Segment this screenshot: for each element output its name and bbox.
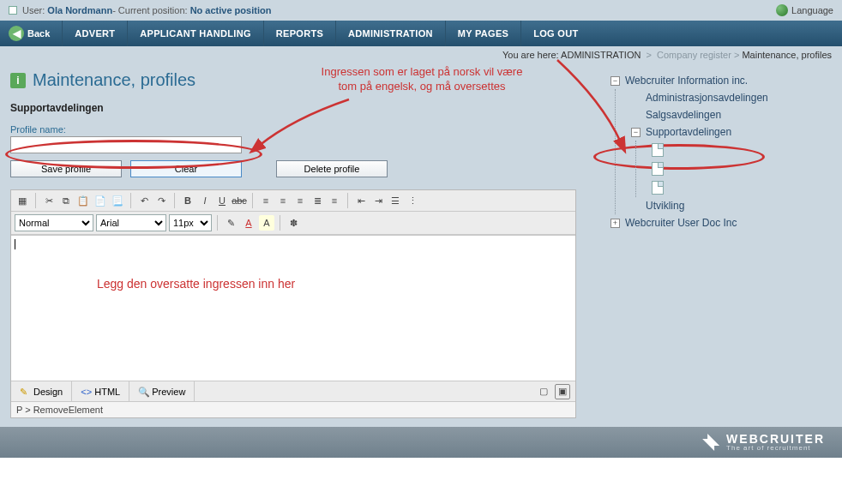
language-label: Language	[791, 5, 833, 15]
breadcrumb-prefix: You are here:	[502, 50, 559, 60]
tree-doc-1[interactable]	[652, 141, 832, 159]
undo-icon[interactable]: ↶	[136, 193, 152, 208]
tree-item-label: Salgsavdelingen	[646, 109, 721, 121]
document-icon	[652, 143, 664, 157]
tree-doc-3[interactable]	[652, 178, 832, 197]
breadcrumb-admin[interactable]: ADMINISTRATION	[561, 50, 641, 60]
cut-icon[interactable]: ✂	[41, 193, 57, 208]
align-left-icon[interactable]: ≡	[258, 193, 274, 208]
tree-item-label: Administrasjonsavdelingen	[646, 92, 768, 104]
tab-html-label: HTML	[94, 387, 120, 397]
tab-html[interactable]: <> HTML	[72, 381, 129, 401]
user-status-box	[9, 6, 17, 15]
tree-item-utvikling[interactable]: Utvikling	[631, 197, 832, 214]
css-class-icon[interactable]: ✽	[286, 215, 301, 231]
collapse-icon[interactable]: −	[631, 128, 641, 137]
menu-my-pages[interactable]: MY PAGES	[445, 21, 520, 46]
back-button[interactable]: ◀ Back	[0, 21, 62, 46]
org-tree: − Webcruiter Information inc. Administra…	[610, 72, 832, 231]
tree-item-sales[interactable]: Salgsavdelingen	[631, 106, 832, 123]
strike-icon[interactable]: abc	[232, 193, 247, 208]
tree-root-userdoc[interactable]: + Webcruiter User Doc Inc	[610, 214, 832, 231]
align-none-icon[interactable]: ≡	[327, 193, 342, 208]
indent-icon[interactable]: ⇥	[370, 193, 386, 208]
footer: WEBCRUITER The art of recruitment	[0, 427, 842, 458]
list-ul-icon[interactable]: ⋮	[405, 193, 420, 208]
outdent-icon[interactable]: ⇤	[353, 193, 369, 208]
format-select[interactable]: Normal	[15, 214, 93, 231]
brand-tagline: The art of recruitment	[726, 445, 825, 452]
brand-logo: WEBCRUITER The art of recruitment	[702, 433, 825, 452]
tree-item-admin[interactable]: Administrasjonsavdelingen	[631, 89, 832, 106]
list-ol-icon[interactable]: ☰	[388, 193, 403, 208]
tree-item-label: Supportavdelingen	[646, 126, 731, 138]
clear-button[interactable]: Clear	[130, 160, 242, 177]
profile-name-label: Profile name:	[10, 124, 593, 135]
language-switcher[interactable]: Language	[776, 4, 833, 16]
tree-doc-2[interactable]	[652, 159, 832, 178]
font-select[interactable]: Arial	[96, 214, 166, 231]
paste-html-icon[interactable]: 📃	[110, 193, 125, 208]
annotation-text-1: Ingressen som er laget på norsk vil være…	[293, 65, 550, 94]
menu-administration[interactable]: ADMINISTRATION	[335, 21, 445, 46]
document-icon	[652, 162, 664, 176]
position-value: No active position	[190, 5, 272, 15]
back-label: Back	[27, 28, 50, 39]
size-select[interactable]: 11px	[169, 214, 212, 231]
copy-icon[interactable]: ⧉	[58, 193, 74, 208]
italic-icon[interactable]: I	[197, 193, 213, 208]
module-toggle-icon[interactable]: ▣	[555, 384, 570, 399]
expand-icon[interactable]: +	[610, 219, 620, 228]
tree-root-label: Webcruiter User Doc Inc	[625, 217, 737, 229]
align-justify-icon[interactable]: ≣	[310, 193, 325, 208]
page-title-text: Maintenance, profiles	[33, 70, 195, 90]
menu-applicant-handling[interactable]: APPLICANT HANDLING	[127, 21, 262, 46]
collapse-icon[interactable]: −	[610, 76, 620, 86]
document-icon	[652, 181, 664, 195]
back-icon: ◀	[9, 26, 24, 41]
tab-preview[interactable]: 🔍 Preview	[129, 381, 195, 401]
user-bar: User: Ola Nordmann - Current position: N…	[0, 0, 842, 21]
editor-status-bar: P > RemoveElement	[11, 401, 575, 417]
underline-icon[interactable]: U	[214, 193, 230, 208]
menu-reports[interactable]: REPORTS	[263, 21, 335, 46]
menu-log-out[interactable]: LOG OUT	[520, 21, 590, 46]
tab-design[interactable]: ✎ Design	[11, 381, 72, 401]
editor-mode-tabs: ✎ Design <> HTML 🔍 Preview ▢ ▣	[11, 381, 575, 401]
bold-icon[interactable]: B	[180, 193, 195, 208]
user-name: Ola Nordmann	[47, 5, 112, 15]
editor-toolbar-2: Normal Arial 11px ✎ A A ✽	[11, 212, 575, 235]
breadcrumb-current: Maintenance, profiles	[742, 50, 832, 60]
info-icon: i	[10, 73, 26, 88]
tree-item-label: Utvikling	[646, 200, 684, 212]
brand-mark-icon	[702, 434, 719, 451]
editor-canvas[interactable]: Legg den oversatte ingressen inn her	[11, 235, 575, 381]
menu-advert[interactable]: ADVERT	[62, 21, 127, 46]
code-icon: <>	[81, 387, 91, 397]
globe-icon	[776, 4, 788, 16]
user-label: User:	[22, 5, 45, 15]
delete-profile-button[interactable]: Delete profile	[276, 160, 388, 177]
magnify-icon: 🔍	[138, 387, 148, 397]
paste-icon[interactable]: 📋	[75, 193, 91, 208]
rich-text-editor: ▦ ✂ ⧉ 📋 📄 📃 ↶ ↷	[10, 189, 576, 418]
back-color-icon[interactable]: A	[259, 215, 274, 231]
breadcrumb-company-register[interactable]: Company register	[657, 50, 731, 60]
align-center-icon[interactable]: ≡	[275, 193, 291, 208]
redo-icon[interactable]: ↷	[153, 193, 169, 208]
breadcrumb: You are here: ADMINISTRATION > Company r…	[0, 46, 842, 63]
align-right-icon[interactable]: ≡	[292, 193, 308, 208]
save-profile-button[interactable]: Save profile	[10, 160, 122, 177]
format-brush-icon[interactable]: ✎	[223, 215, 238, 231]
tab-preview-label: Preview	[152, 387, 185, 397]
main-menu: ◀ Back ADVERT APPLICANT HANDLING REPORTS…	[0, 21, 842, 46]
editor-toolbar-1: ▦ ✂ ⧉ 📋 📄 📃 ↶ ↷	[11, 190, 575, 212]
tree-item-support[interactable]: − Supportavdelingen	[631, 123, 832, 141]
canvas-annotation: Legg den oversatte ingressen inn her	[97, 277, 550, 291]
font-color-icon[interactable]: A	[241, 215, 256, 231]
module-icon[interactable]: ▢	[536, 384, 551, 399]
profile-name-input[interactable]	[10, 136, 242, 153]
paste-word-icon[interactable]: 📄	[93, 193, 108, 208]
tree-root-webcruiter-info[interactable]: − Webcruiter Information inc.	[610, 72, 832, 89]
tool-expand-icon[interactable]: ▦	[15, 193, 30, 208]
